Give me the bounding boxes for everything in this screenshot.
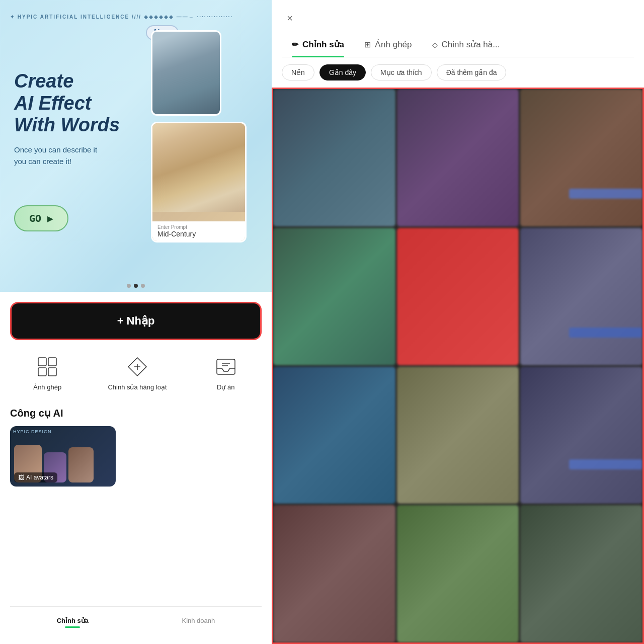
grid-item-3[interactable] bbox=[520, 89, 642, 226]
slide-dots bbox=[127, 284, 145, 288]
grid-item-2[interactable] bbox=[397, 89, 519, 226]
hypic-design-badge: HYPIC DESIGN bbox=[13, 429, 52, 434]
nav-underline-chinh-sua bbox=[65, 626, 80, 628]
filter-nen[interactable]: Nền bbox=[282, 64, 314, 80]
svg-rect-7 bbox=[217, 359, 235, 374]
action-label-chinh-sua: Chinh sửa hàng loạt bbox=[108, 383, 167, 391]
nav-label-chinh-sua: Chỉnh sửa bbox=[57, 617, 89, 624]
grid-item-11[interactable] bbox=[397, 505, 519, 642]
svg-rect-0 bbox=[38, 358, 46, 366]
action-icons: Ảnh ghép Chinh sửa hàng loạt bbox=[10, 354, 262, 391]
svg-rect-1 bbox=[48, 358, 56, 366]
inbox-icon bbox=[213, 354, 238, 379]
tab-chinh-sua-ha[interactable]: ◇ Chinh sửa hà... bbox=[422, 34, 510, 57]
grid-item-8[interactable] bbox=[397, 367, 519, 504]
content-area bbox=[272, 88, 644, 644]
diamond-edit-icon bbox=[125, 354, 150, 379]
ai-avatar-label: AI avatars bbox=[26, 474, 53, 481]
content-grid bbox=[272, 88, 644, 644]
prompt-label: Enter Prompt bbox=[157, 224, 240, 230]
ai-tools-section: Công cụ AI HYPIC DESIGN 🖼 AI avatars bbox=[10, 407, 262, 487]
dot-2 bbox=[134, 284, 138, 288]
prompt-value: Mid-Century bbox=[157, 230, 240, 238]
left-bottom: + Nhập Ảnh ghép bbox=[0, 292, 272, 644]
card-bottom-image bbox=[152, 123, 245, 212]
accent-bar-2 bbox=[569, 328, 642, 338]
right-panel: × ✏ Chỉnh sửa ⊞ Ảnh ghép ◇ Chinh sửa hà.… bbox=[272, 0, 644, 644]
filter-row: Nền Gần đây Mục ưa thích Đã thêm gần đa bbox=[272, 57, 644, 88]
tab-anh-ghep[interactable]: ⊞ Ảnh ghép bbox=[354, 34, 422, 57]
grid-item-9[interactable] bbox=[520, 367, 642, 504]
ai-avatar-card[interactable]: HYPIC DESIGN 🖼 AI avatars bbox=[10, 426, 116, 487]
grid-item-7[interactable] bbox=[273, 367, 395, 504]
tab-chinh-sua[interactable]: ✏ Chỉnh sửa bbox=[282, 34, 354, 57]
banner-headline: Create AI Effect With Words bbox=[14, 70, 120, 136]
diamond-tab-icon: ◇ bbox=[432, 41, 438, 49]
accent-bar-3 bbox=[569, 459, 642, 469]
card-prompt: Enter Prompt Mid-Century bbox=[152, 221, 245, 241]
svg-rect-2 bbox=[38, 368, 46, 376]
grid-item-5[interactable] bbox=[397, 228, 519, 365]
tab-chinh-sua-label: Chỉnh sửa bbox=[302, 39, 344, 50]
grid-item-12[interactable] bbox=[520, 505, 642, 642]
svg-rect-3 bbox=[48, 368, 56, 376]
grid-item-4[interactable] bbox=[273, 228, 395, 365]
ai-avatar-icon: 🖼 bbox=[18, 474, 24, 481]
edit-icon: ✏ bbox=[292, 40, 298, 49]
accent-bar-1 bbox=[569, 189, 642, 199]
nav-kinh-doanh[interactable]: Kinh doanh bbox=[172, 615, 225, 630]
photo-card-bottom: Enter Prompt Mid-Century bbox=[151, 122, 247, 243]
grid-item-6[interactable] bbox=[520, 228, 642, 365]
nav-label-kinh-doanh: Kinh doanh bbox=[182, 617, 215, 624]
banner-text: Create AI Effect With Words Once you can… bbox=[14, 70, 120, 167]
banner-area: ✦ HYPIC ARTIFICIAL INTELLIGENCE //// ◈◈◈… bbox=[0, 0, 272, 292]
action-chinh-sua[interactable]: Chinh sửa hàng loạt bbox=[108, 354, 167, 391]
action-label-anh-ghep: Ảnh ghép bbox=[33, 383, 61, 391]
grid-tab-icon: ⊞ bbox=[364, 40, 371, 49]
import-button[interactable]: + Nhập bbox=[10, 302, 262, 340]
banner-subtext: Once you can describe it you can create … bbox=[14, 144, 120, 167]
card-top-image bbox=[152, 32, 220, 114]
action-du-an[interactable]: Dự án bbox=[213, 354, 238, 391]
ai-tools-title: Công cụ AI bbox=[10, 407, 262, 419]
left-panel: ✦ HYPIC ARTIFICIAL INTELLIGENCE //// ◈◈◈… bbox=[0, 0, 272, 644]
right-header: × ✏ Chỉnh sửa ⊞ Ảnh ghép ◇ Chinh sửa hà.… bbox=[272, 0, 644, 57]
right-tabs: ✏ Chỉnh sửa ⊞ Ảnh ghép ◇ Chinh sửa hà... bbox=[282, 34, 634, 57]
grid-icon bbox=[35, 354, 60, 379]
banner-cards: New Enter Prompt Mid-Century bbox=[151, 30, 262, 243]
nav-chinh-sua[interactable]: Chỉnh sửa bbox=[47, 615, 99, 630]
dot-1 bbox=[127, 284, 131, 288]
tab-chinh-sua-ha-label: Chinh sửa hà... bbox=[442, 39, 500, 50]
action-label-du-an: Dự án bbox=[217, 383, 234, 391]
photo-card-top bbox=[151, 30, 221, 116]
filter-da-them[interactable]: Đã thêm gần đa bbox=[437, 64, 507, 80]
close-button[interactable]: × bbox=[282, 10, 298, 26]
dot-3 bbox=[141, 284, 145, 288]
avatar-face-3 bbox=[68, 447, 94, 482]
go-button[interactable]: GO ▶ bbox=[14, 205, 68, 231]
action-anh-ghep[interactable]: Ảnh ghép bbox=[33, 354, 61, 391]
ai-avatar-badge: 🖼 AI avatars bbox=[14, 472, 57, 482]
grid-item-10[interactable] bbox=[273, 505, 395, 642]
tab-anh-ghep-label: Ảnh ghép bbox=[375, 39, 412, 50]
filter-muc-ua-thich[interactable]: Mục ưa thích bbox=[371, 64, 432, 80]
grid-item-1[interactable] bbox=[273, 89, 395, 226]
bottom-nav: Chỉnh sửa Kinh doanh bbox=[10, 606, 262, 634]
hypic-logo: ✦ HYPIC ARTIFICIAL INTELLIGENCE //// ◈◈◈… bbox=[10, 14, 233, 20]
filter-gan-day[interactable]: Gần đây bbox=[319, 64, 366, 80]
